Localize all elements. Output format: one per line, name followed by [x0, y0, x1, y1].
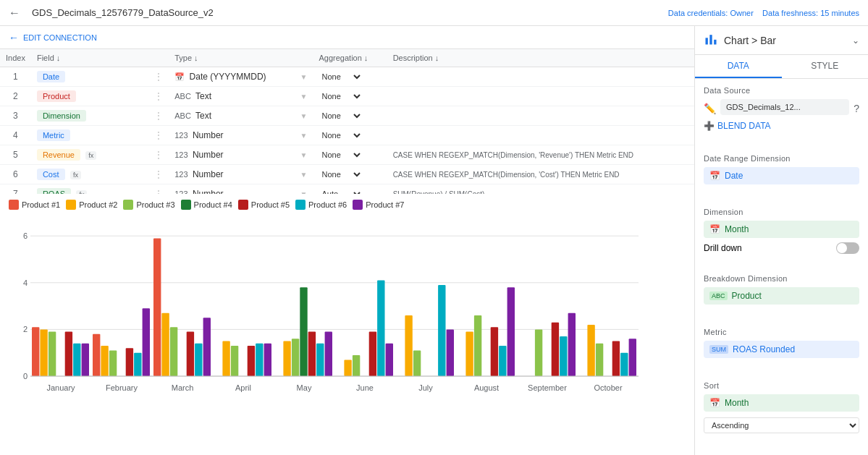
type-label: Text	[195, 111, 211, 121]
row-aggregation[interactable]: None SumAverageCount	[313, 87, 387, 106]
formula-expression: CASE WHEN REGEXP_MATCH(Dimension, 'Reven…	[393, 151, 633, 159]
type-label: Date (YYYYMMDD)	[190, 72, 266, 82]
row-type: 123 Number	[169, 145, 294, 165]
svg-rect-66	[612, 341, 620, 377]
aggregation-select[interactable]: Auto SumAverageCount	[319, 189, 363, 194]
svg-text:6: 6	[23, 231, 28, 240]
field-chip[interactable]: ROAS	[37, 188, 71, 194]
row-type-arrow: ▼	[295, 67, 313, 87]
sort-order-select[interactable]: Ascending Descending	[704, 417, 859, 433]
type-icon: 123	[174, 170, 187, 179]
row-aggregation[interactable]: None SumAverageCount	[313, 145, 387, 165]
row-more[interactable]: ⋮	[148, 165, 169, 184]
svg-rect-23	[161, 313, 169, 376]
row-index: 4	[0, 126, 31, 145]
row-aggregation[interactable]: None SumAverageCount	[313, 165, 387, 184]
sort-field[interactable]: 📅 Month	[704, 394, 859, 412]
svg-rect-49	[413, 351, 421, 377]
svg-rect-40	[325, 332, 332, 376]
tab-data[interactable]: DATA	[695, 55, 782, 78]
row-type-arrow: ▼	[295, 106, 313, 126]
svg-text:May: May	[297, 383, 312, 392]
chart-area: Product #1Product #2Product #3Product #4…	[0, 194, 694, 455]
svg-rect-15	[93, 334, 100, 376]
svg-rect-8	[32, 327, 39, 376]
field-chip[interactable]: Dimension	[37, 110, 86, 122]
field-chip[interactable]: Product	[37, 90, 76, 102]
dimension-field[interactable]: 📅 Month	[704, 221, 859, 238]
svg-rect-43	[353, 355, 360, 376]
svg-rect-46	[386, 344, 393, 376]
sort-label: Sort	[704, 381, 859, 390]
row-field: Cost fx	[31, 165, 148, 184]
field-chip[interactable]: Date	[37, 71, 65, 82]
formula-tag: fx	[70, 171, 81, 179]
main-layout: ← EDIT CONNECTION Index Field ↓ Type ↓ A…	[0, 26, 868, 455]
svg-rect-38	[308, 332, 316, 376]
blend-data-button[interactable]: ➕ BLEND DATA	[704, 118, 859, 134]
row-aggregation[interactable]: None SumAverageCount	[313, 67, 387, 87]
date-range-field[interactable]: 📅 Date	[704, 167, 859, 184]
aggregation-select[interactable]: None SumAverageCount	[319, 111, 363, 121]
row-type: 123 Number	[169, 184, 294, 195]
row-aggregation[interactable]: None SumAverageCount	[313, 106, 387, 126]
row-more[interactable]: ⋮	[148, 126, 169, 145]
svg-rect-45	[377, 281, 384, 377]
field-chip[interactable]: Revenue	[37, 149, 80, 161]
row-description	[387, 126, 694, 145]
row-type-arrow: ▼	[295, 184, 313, 195]
svg-text:February: February	[106, 383, 138, 392]
row-more[interactable]: ⋮	[148, 145, 169, 165]
row-description	[387, 67, 694, 87]
row-index: 6	[0, 165, 31, 184]
col-type: Type ↓	[169, 49, 294, 67]
svg-rect-55	[491, 327, 498, 376]
row-more[interactable]: ⋮	[148, 67, 169, 87]
edit-datasource-icon[interactable]: ✏️	[704, 103, 716, 114]
table-row: 6 Cost fx ⋮ 123 Number ▼ None SumAverage…	[0, 165, 694, 184]
aggregation-select[interactable]: None SumAverageCount	[319, 72, 363, 82]
help-icon[interactable]: ?	[854, 103, 859, 114]
row-field: Product	[31, 87, 148, 106]
svg-rect-73	[714, 40, 716, 45]
aggregation-select[interactable]: None SumAverageCount	[319, 130, 363, 140]
field-chip[interactable]: Cost	[37, 169, 65, 180]
row-description: SUM(Revenue) / SUM(Cost)	[387, 184, 694, 195]
col-field: Field ↓	[31, 49, 148, 67]
type-label: Number	[193, 169, 224, 179]
breakdown-field[interactable]: ABC Product	[704, 287, 859, 305]
row-field: Revenue fx	[31, 145, 148, 165]
row-more[interactable]: ⋮	[148, 106, 169, 126]
expand-icon[interactable]: ⌄	[852, 35, 859, 46]
back-button[interactable]: ←	[9, 7, 20, 20]
svg-text:2: 2	[23, 325, 28, 333]
type-label: Number	[193, 130, 224, 140]
row-aggregation[interactable]: Auto SumAverageCount	[313, 184, 387, 195]
aggregation-select[interactable]: None SumAverageCount	[319, 91, 363, 101]
legend-item: Product #6	[295, 200, 347, 210]
row-type: ABC Text	[169, 106, 294, 126]
metric-field[interactable]: SUM ROAS Rounded	[704, 341, 859, 358]
tab-style[interactable]: STYLE	[782, 55, 869, 78]
aggregation-select[interactable]: None SumAverageCount	[319, 150, 363, 160]
table-row: 4 Metric ⋮ 123 Number ▼ None SumAverageC…	[0, 126, 694, 145]
chart-header: Chart > Bar ⌄	[695, 26, 868, 55]
drill-toggle[interactable]	[836, 242, 859, 254]
edit-connection-bar[interactable]: ← EDIT CONNECTION	[0, 26, 694, 49]
row-aggregation[interactable]: None SumAverageCount	[313, 126, 387, 145]
row-more[interactable]: ⋮	[148, 184, 169, 195]
svg-rect-50	[438, 285, 445, 376]
field-chip[interactable]: Metric	[37, 129, 70, 141]
svg-rect-64	[587, 325, 594, 376]
secondary-sort-section: Secondary sort ABC Product Ascending Des…	[695, 446, 868, 455]
row-more[interactable]: ⋮	[148, 87, 169, 106]
legend-item: Product #3	[123, 200, 174, 210]
data-source-field[interactable]: GDS_Decimals_12...	[720, 99, 849, 115]
data-source-section: Data Source ✏️ GDS_Decimals_12... ? ➕ BL…	[695, 79, 868, 141]
svg-rect-36	[292, 339, 299, 376]
svg-text:October: October	[594, 383, 622, 392]
panel-tabs: DATA STYLE	[695, 55, 868, 79]
breakdown-abc-icon: ABC	[709, 292, 728, 300]
aggregation-select[interactable]: None SumAverageCount	[319, 169, 363, 179]
legend-label: Product #4	[194, 200, 232, 209]
